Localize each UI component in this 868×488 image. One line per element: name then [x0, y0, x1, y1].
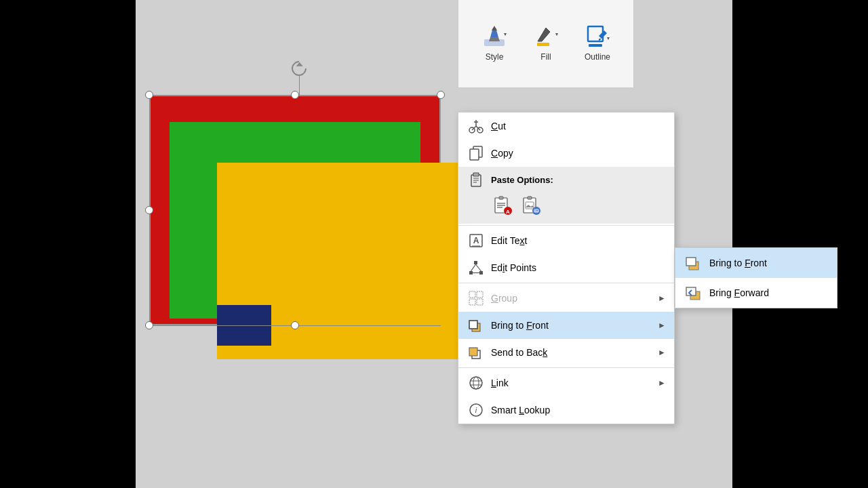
svg-line-39 — [471, 264, 476, 271]
bring-front-arrow: ► — [658, 321, 666, 330]
menu-item-link-label: Link — [491, 378, 658, 388]
menu-item-send-back-label: Send to Back — [491, 347, 658, 358]
svg-rect-45 — [477, 299, 483, 305]
menu-item-edit-text-label: Edit Text — [491, 235, 666, 246]
svg-point-52 — [473, 377, 479, 389]
paste-options-buttons: A — [458, 192, 674, 224]
menu-item-copy-label: Copy — [491, 148, 666, 159]
menu-item-edit-text[interactable]: A Edit Text — [458, 227, 674, 254]
svg-marker-7 — [607, 37, 610, 40]
paste-format-button[interactable]: A — [491, 194, 515, 218]
rotate-handle[interactable] — [292, 61, 307, 96]
menu-item-edit-points-label: Edit Points — [491, 262, 666, 273]
svg-rect-15 — [470, 149, 479, 160]
send-back-icon — [467, 343, 486, 362]
copy-icon — [467, 144, 486, 163]
paste-options-container: Paste Options: A — [458, 167, 674, 224]
menu-item-bring-front-label: Bring to Front — [491, 320, 658, 331]
svg-text:i: i — [475, 406, 477, 414]
group-arrow: ► — [658, 293, 666, 303]
context-menu: Cut Copy — [458, 112, 675, 424]
outline-label: Outline — [585, 52, 610, 62]
group-icon — [467, 289, 486, 308]
svg-rect-6 — [589, 44, 602, 47]
send-back-arrow: ► — [658, 348, 666, 357]
menu-item-link[interactable]: Link ► — [458, 369, 674, 396]
submenu-bring-forward-label: Bring Forward — [709, 287, 769, 298]
fill-icon-box — [532, 22, 559, 49]
style-icon-box — [481, 22, 508, 49]
bring-front-sub-icon — [684, 253, 703, 272]
link-arrow: ► — [658, 378, 666, 388]
menu-item-group-label: Group — [491, 293, 658, 304]
fill-button[interactable]: Fill — [527, 20, 565, 64]
submenu-item-bring-front[interactable]: Bring to Front — [675, 248, 837, 278]
handle-mid-left[interactable] — [145, 206, 153, 214]
svg-rect-50 — [469, 348, 477, 356]
canvas-area: Style Fill — [136, 0, 732, 488]
svg-marker-4 — [555, 33, 558, 36]
svg-line-10 — [472, 126, 476, 130]
svg-line-11 — [476, 126, 480, 130]
paste-options-row: Paste Options: — [458, 167, 674, 192]
svg-marker-1 — [492, 26, 497, 30]
svg-rect-43 — [477, 291, 483, 298]
submenu-bring-front-label: Bring to Front — [709, 258, 767, 268]
separator-1 — [458, 225, 674, 226]
submenu-item-bring-forward[interactable]: Bring Forward — [675, 278, 837, 308]
svg-rect-3 — [537, 43, 549, 46]
svg-text:A: A — [473, 236, 479, 245]
toolbar: Style Fill — [458, 0, 634, 88]
edit-text-icon: A — [467, 231, 486, 250]
cut-icon — [467, 117, 486, 136]
bring-forward-icon — [684, 283, 703, 302]
shapes-container — [149, 95, 461, 352]
menu-item-edit-points[interactable]: Edit Points — [458, 254, 674, 281]
menu-item-smart-lookup-label: Smart Lookup — [491, 405, 666, 415]
bring-front-icon — [467, 316, 486, 335]
handle-bottom-center[interactable] — [291, 321, 299, 329]
svg-line-40 — [476, 264, 481, 271]
svg-rect-47 — [469, 321, 477, 329]
svg-rect-17 — [473, 173, 479, 176]
style-label: Style — [486, 52, 504, 62]
paste-icon — [467, 170, 486, 189]
menu-item-cut[interactable]: Cut — [458, 113, 674, 140]
menu-item-send-to-back[interactable]: Send to Back ► — [458, 339, 674, 366]
handle-top-right[interactable] — [437, 91, 445, 99]
menu-item-bring-to-front[interactable]: Bring to Front ► — [458, 312, 674, 339]
paste-picture-button[interactable] — [519, 194, 544, 218]
svg-rect-42 — [469, 291, 475, 298]
smart-lookup-icon: i — [467, 401, 486, 420]
submenu-bring-front: Bring to Front Bring Forward — [675, 247, 837, 308]
style-button[interactable]: Style — [475, 20, 513, 64]
svg-point-51 — [470, 377, 482, 389]
menu-item-smart-lookup[interactable]: i Smart Lookup — [458, 396, 674, 424]
svg-rect-44 — [469, 299, 475, 305]
outline-icon-box — [584, 22, 611, 49]
svg-rect-58 — [686, 258, 696, 266]
svg-rect-29 — [528, 197, 532, 199]
handle-top-left[interactable] — [145, 91, 153, 99]
separator-2 — [458, 283, 674, 283]
svg-rect-22 — [499, 197, 503, 199]
link-icon — [467, 373, 486, 392]
menu-item-cut-label: Cut — [491, 121, 666, 131]
outline-button[interactable]: Outline — [578, 20, 616, 64]
svg-marker-2 — [504, 33, 507, 36]
fill-label: Fill — [540, 52, 551, 62]
menu-item-group[interactable]: Group ► — [458, 285, 674, 312]
svg-text:A: A — [506, 209, 510, 215]
separator-3 — [458, 367, 674, 368]
edit-points-icon — [467, 258, 486, 277]
svg-rect-36 — [474, 261, 477, 264]
paste-options-label: Paste Options: — [491, 175, 553, 185]
handle-bottom-left[interactable] — [145, 321, 153, 329]
menu-item-copy[interactable]: Copy — [458, 140, 674, 167]
